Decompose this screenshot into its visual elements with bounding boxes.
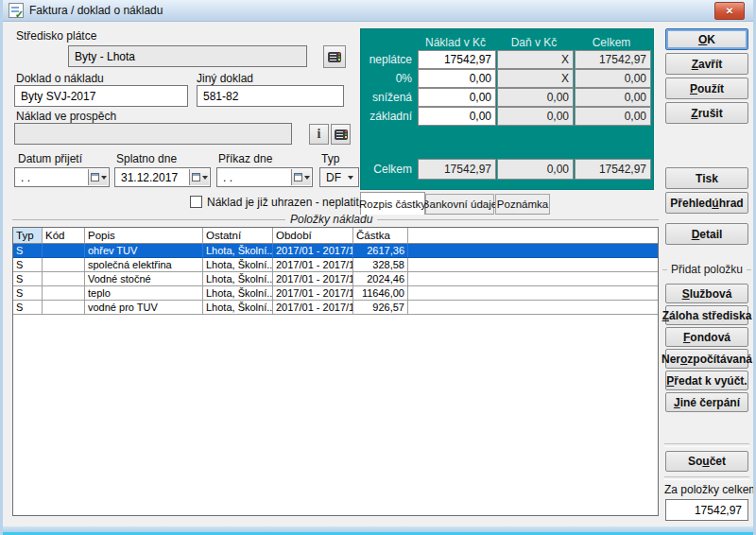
chevron-down-icon <box>202 176 208 180</box>
close-button[interactable]: ✕ <box>714 2 745 20</box>
prehled-uhrad-button[interactable]: Přehled úhrad <box>665 192 748 214</box>
naklad-lookup-button[interactable] <box>331 124 351 145</box>
zaloha-strediska-button[interactable]: Záloha střediska <box>665 305 748 325</box>
prikaz-dne-field[interactable]: . . <box>216 167 313 187</box>
tax-row-label: snížená <box>363 91 412 104</box>
datum-prijeti-value: . . <box>21 168 30 186</box>
za-polozky-celkem-label: Za položky celkem <box>664 483 749 496</box>
table-row[interactable]: S vodné pro TUV Lhota, Školní... 2017/01… <box>13 301 658 315</box>
tax-total-cell: 17542,97 <box>575 159 651 180</box>
cell-popis: teplo <box>85 286 203 301</box>
cell-typ: S <box>13 258 43 272</box>
cell-typ: S <box>13 272 43 286</box>
chevron-down-icon <box>101 176 107 180</box>
tab-poznamka[interactable]: Poznámka <box>495 194 550 215</box>
splatno-dne-calendar-button[interactable] <box>189 169 209 185</box>
table-row[interactable]: S ohřev TUV Lhota, Školní... 2017/01 - 2… <box>13 244 658 258</box>
paid-checkbox-label[interactable]: Náklad je již uhrazen - neplatit <box>207 196 359 209</box>
tisk-button[interactable]: Tisk <box>665 167 748 189</box>
calendar-icon <box>192 173 200 181</box>
tax-summary-panel: Náklad v Kč Daň v Kč Celkem neplátce 175… <box>360 28 654 190</box>
jiny-doklad-label: Jiný doklad <box>197 72 253 85</box>
cell-typ: S <box>13 301 43 315</box>
predat-k-vyuct-button[interactable]: Předat k vyúčt. <box>665 371 748 390</box>
tax-cell: X <box>497 50 574 69</box>
jine-cerpani-button[interactable]: Jiné čerpání <box>665 392 748 412</box>
cell-kod <box>43 301 85 315</box>
calendar-icon <box>91 173 99 181</box>
tax-cell: 17542,97 <box>575 50 651 69</box>
stredisko-platce-field[interactable]: Byty - Lhota <box>68 45 307 67</box>
tax-col-naklad: Náklad v Kč <box>425 36 486 49</box>
soucet-button[interactable]: Součet <box>665 451 748 472</box>
tab-rozpis-castky[interactable]: Rozpis částky <box>360 192 425 215</box>
typ-combobox[interactable]: DF <box>319 167 359 187</box>
datum-prijeti-calendar-button[interactable] <box>88 169 108 185</box>
fondova-button[interactable]: Fondová <box>665 327 748 347</box>
tax-cell-input[interactable]: 0,00 <box>418 88 496 107</box>
chevron-down-icon <box>348 176 353 180</box>
pouzit-button[interactable]: Použít <box>665 78 748 99</box>
stredisko-lookup-button[interactable] <box>323 45 346 68</box>
cell-ostatni: Lhota, Školní... <box>203 244 273 258</box>
table-row[interactable]: S teplo Lhota, Školní... 2017/01 - 2017/… <box>13 286 658 301</box>
jiny-doklad-field[interactable]: 581-82 <box>197 85 344 107</box>
col-header-typ[interactable]: Typ <box>13 228 43 244</box>
table-row[interactable]: S společná elektřina Lhota, Školní... 20… <box>13 258 658 272</box>
detail-button[interactable]: Detail <box>665 223 748 245</box>
cell-filler <box>408 301 658 315</box>
calendar-icon <box>294 173 302 181</box>
tax-cell: 0,00 <box>575 107 651 126</box>
cell-ostatni: Lhota, Školní... <box>203 286 273 301</box>
info-button[interactable]: i <box>309 124 329 145</box>
sluzbova-button[interactable]: Službová <box>665 284 748 303</box>
cell-kod <box>43 244 85 258</box>
splatno-dne-field[interactable]: 31.12.2017 <box>114 167 211 187</box>
stredisko-platce-label: Středisko plátce <box>16 29 96 43</box>
tax-total-cell: 0,00 <box>497 159 574 180</box>
table-row[interactable]: S Vodné stočné Lhota, Školní... 2017/01 … <box>13 272 658 286</box>
splatno-dne-label: Splatno dne <box>116 152 177 165</box>
tax-cell-input[interactable]: 0,00 <box>418 107 496 126</box>
tax-cell: 0,00 <box>575 69 651 88</box>
cell-kod <box>43 272 85 286</box>
col-header-castka[interactable]: Částka <box>353 228 408 244</box>
invoice-window: Faktura / doklad o nákladu ✕ Středisko p… <box>0 0 756 535</box>
col-header-popis[interactable]: Popis <box>85 228 203 244</box>
tax-cell-input[interactable]: 0,00 <box>418 69 496 88</box>
chevron-down-icon <box>304 176 310 180</box>
titlebar[interactable]: Faktura / doklad o nákladu ✕ <box>3 0 753 22</box>
naklad-ve-prospech-field[interactable] <box>14 123 292 145</box>
doklad-o-nakladu-label: Doklad o nákladu <box>16 72 104 85</box>
address-book-icon <box>335 129 348 140</box>
nerozpocitavana-button[interactable]: Nerozpočítávaná <box>665 349 748 369</box>
cell-castka: 11646,00 <box>353 286 408 301</box>
cell-obdobi: 2017/01 - 2017/12 <box>273 286 353 301</box>
separator <box>664 476 749 480</box>
col-header-obdobi[interactable]: Období <box>273 228 353 244</box>
grid-header-row[interactable]: Typ Kód Popis Ostatní Období Částka <box>13 228 658 244</box>
pridat-polozku-label: Přidat položku <box>662 263 751 276</box>
tab-bankovni-udaje[interactable]: Bankovní údaje <box>425 194 494 215</box>
za-polozky-celkem-field: 17542,97 <box>665 499 748 521</box>
tax-cell: X <box>497 69 574 88</box>
pridat-polozku-text: Přidat položku <box>671 263 743 276</box>
tax-cell: 0,00 <box>575 88 651 107</box>
datum-prijeti-field[interactable]: . . <box>14 167 110 187</box>
ok-button[interactable]: OK <box>665 28 748 50</box>
tax-cell-input[interactable]: 17542,97 <box>418 50 496 69</box>
info-icon: i <box>318 127 321 142</box>
items-grid[interactable]: Typ Kód Popis Ostatní Období Částka S oh… <box>12 227 659 516</box>
prikaz-dne-label: Příkaz dne <box>218 152 272 165</box>
col-header-kod[interactable]: Kód <box>43 228 85 244</box>
doklad-o-nakladu-field[interactable]: Byty SVJ-2017 <box>14 85 188 107</box>
tax-cell: 0,00 <box>497 107 574 126</box>
cell-kod <box>43 286 85 301</box>
window-title: Faktura / doklad o nákladu <box>29 4 163 17</box>
zavrit-button[interactable]: Zavřít <box>665 53 748 75</box>
zrusit-button[interactable]: Zrušit <box>665 102 748 124</box>
cell-filler <box>408 258 658 272</box>
paid-checkbox[interactable] <box>190 196 202 208</box>
prikaz-dne-calendar-button[interactable] <box>291 169 311 185</box>
col-header-ostatni[interactable]: Ostatní <box>203 228 273 244</box>
